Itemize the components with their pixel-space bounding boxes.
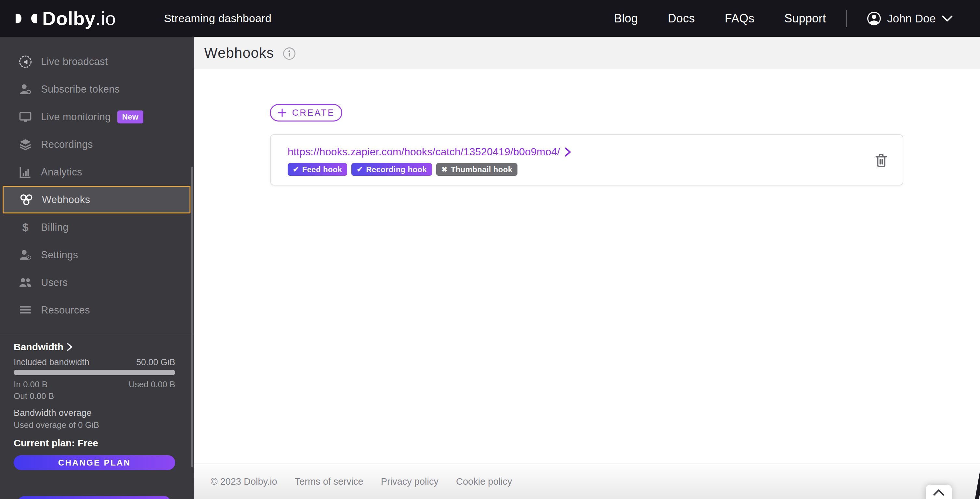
scroll-to-top-button[interactable]: [926, 485, 952, 499]
sidebar-item-label: Live broadcast: [41, 56, 108, 68]
topbar-divider: [846, 10, 847, 27]
bandwidth-link[interactable]: Bandwidth: [14, 342, 175, 353]
included-bandwidth-row: Included bandwidth 50.00 GiB: [14, 358, 175, 367]
top-navigation: Blog Docs FAQs Support: [614, 12, 826, 25]
avatar-icon: [867, 11, 881, 25]
bandwidth-overage-title: Bandwidth overage: [14, 408, 175, 418]
chevron-up-icon: [933, 489, 944, 496]
footer: © 2023 Dolby.io Terms of service Privacy…: [194, 464, 980, 499]
sidebar-item-billing[interactable]: $ Billing: [0, 213, 194, 241]
sidebar-divider: [0, 335, 194, 335]
sidebar-item-recordings[interactable]: Recordings: [0, 130, 194, 158]
nav-support[interactable]: Support: [784, 12, 826, 25]
user-name: John Doe: [887, 12, 936, 25]
sidebar-item-label: Subscribe tokens: [41, 84, 120, 95]
bandwidth-progress-bar: [14, 370, 175, 375]
sidebar-nav: Live broadcast Subscribe tokens Live mon…: [0, 48, 194, 324]
sidebar-item-label: Recordings: [41, 139, 93, 150]
sidebar-item-users[interactable]: Users: [0, 269, 194, 296]
app-title: Streaming dashboard: [164, 12, 271, 25]
webhook-tags: ✔ Feed hook ✔ Recording hook ✖ Thumbnail…: [288, 163, 517, 176]
current-plan: Current plan: Free: [14, 438, 175, 449]
page-header: Webhooks: [194, 37, 980, 69]
dolby-logo[interactable]: Dolby.io: [16, 8, 116, 29]
new-badge: New: [117, 110, 143, 124]
create-webhook-button[interactable]: CREATE: [270, 104, 342, 121]
cross-icon: ✖: [441, 165, 448, 174]
nav-docs[interactable]: Docs: [668, 12, 695, 25]
sidebar-item-live-monitoring[interactable]: Live monitoring New: [0, 103, 194, 130]
included-bandwidth-label: Included bandwidth: [14, 358, 89, 367]
bandwidth-used: Used 0.00 B: [129, 380, 175, 389]
resources-icon: [18, 303, 32, 318]
chevron-right-icon: [565, 147, 571, 157]
sidebar-item-analytics[interactable]: Analytics: [0, 158, 194, 186]
tag-feed-hook: ✔ Feed hook: [288, 163, 347, 176]
footer-link-cookie[interactable]: Cookie policy: [456, 476, 512, 487]
sidebar-item-subscribe-tokens[interactable]: Subscribe tokens: [0, 75, 194, 103]
check-icon: ✔: [356, 165, 363, 174]
user-menu[interactable]: John Doe: [867, 11, 953, 25]
topbar: Dolby.io Streaming dashboard Blog Docs F…: [0, 0, 980, 37]
sidebar-item-label: Webhooks: [42, 194, 90, 206]
sidebar-scrollbar[interactable]: [191, 167, 193, 467]
sidebar-item-label: Users: [41, 277, 68, 288]
footer-link-terms[interactable]: Terms of service: [295, 476, 363, 487]
bandwidth-out: Out 0.00 B: [14, 391, 175, 401]
settings-icon: [18, 248, 32, 262]
sidebar-item-resources[interactable]: Resources: [0, 296, 194, 324]
subscribe-tokens-icon: [18, 82, 32, 97]
change-plan-button[interactable]: CHANGE PLAN: [14, 455, 175, 470]
included-bandwidth-value: 50.00 GiB: [136, 358, 175, 367]
sidebar-item-live-broadcast[interactable]: Live broadcast: [0, 48, 194, 75]
tag-thumbnail-hook: ✖ Thumbnail hook: [436, 163, 517, 176]
brand-text: Dolby.io: [42, 8, 116, 29]
live-monitoring-icon: [18, 110, 32, 124]
webhooks-icon: [19, 193, 33, 207]
nav-blog[interactable]: Blog: [614, 12, 638, 25]
analytics-icon: [18, 165, 32, 180]
sidebar-item-settings[interactable]: Settings: [0, 241, 194, 269]
live-broadcast-icon: [18, 55, 32, 69]
sidebar: Live broadcast Subscribe tokens Live mon…: [0, 37, 194, 499]
bandwidth-in-used-row: In 0.00 B Used 0.00 B: [14, 380, 175, 389]
check-icon: ✔: [293, 165, 299, 174]
webhook-card: https://hooks.zapier.com/hooks/catch/135…: [270, 134, 903, 186]
plus-icon: [277, 108, 287, 118]
bandwidth-overage-detail: Used overage of 0 GiB: [14, 420, 175, 430]
main-content: Webhooks CREATE https://hooks.zapier.com…: [194, 37, 980, 499]
delete-webhook-button[interactable]: [874, 152, 889, 169]
page-title: Webhooks: [204, 45, 274, 61]
nav-faqs[interactable]: FAQs: [725, 12, 754, 25]
webhook-url: https://hooks.zapier.com/hooks/catch/135…: [288, 146, 560, 158]
sidebar-item-label: Resources: [41, 304, 90, 316]
chevron-right-icon: [67, 343, 73, 351]
tag-recording-hook: ✔ Recording hook: [352, 163, 432, 176]
info-icon[interactable]: [282, 47, 296, 60]
sidebar-item-webhooks[interactable]: Webhooks: [3, 186, 191, 213]
billing-icon: $: [18, 220, 32, 235]
sidebar-item-label: Settings: [41, 249, 78, 261]
dolby-double-d-icon: [16, 10, 37, 27]
copyright: © 2023 Dolby.io: [211, 476, 277, 487]
cutoff-gradient-button[interactable]: [18, 496, 171, 499]
chevron-down-icon: [942, 15, 953, 22]
footer-link-privacy[interactable]: Privacy policy: [381, 476, 439, 487]
users-icon: [18, 275, 32, 290]
webhook-url-link[interactable]: https://hooks.zapier.com/hooks/catch/135…: [288, 146, 571, 158]
recordings-icon: [18, 137, 32, 152]
sidebar-item-label: Live monitoring: [41, 111, 111, 123]
bandwidth-in: In 0.00 B: [14, 380, 48, 389]
sidebar-item-label: Analytics: [41, 166, 82, 178]
trash-icon: [874, 152, 889, 169]
sidebar-item-label: Billing: [41, 222, 68, 233]
